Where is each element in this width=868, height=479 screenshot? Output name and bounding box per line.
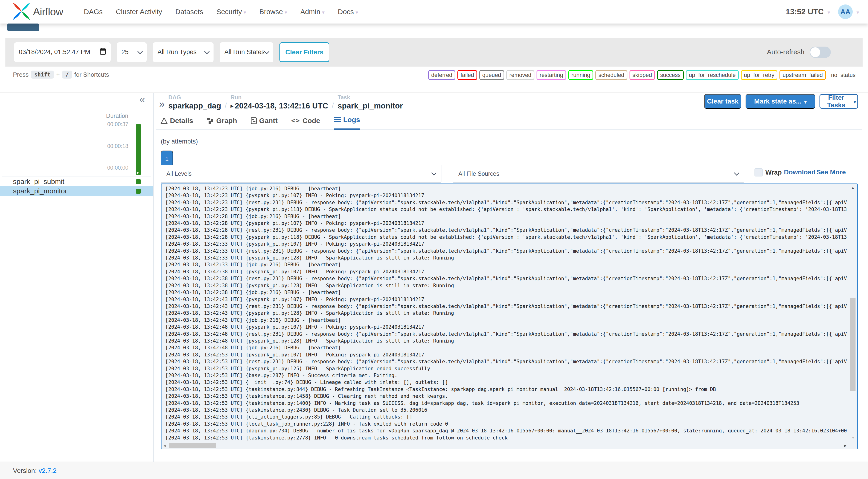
breadcrumb-run[interactable]: Run ▸2024-03-18, 13:42:16 UTC	[230, 94, 328, 110]
scroll-up-icon[interactable]: ▲	[851, 186, 855, 190]
task-name: spark_pi_submit	[13, 178, 64, 186]
utc-clock[interactable]: 13:52 UTC	[786, 7, 824, 16]
tab-gantt[interactable]: Gantt	[251, 116, 278, 130]
log-line: [2024-03-18, 13:42:53 UTC] {__init__.py:…	[165, 379, 847, 386]
nav-item-label: Datasets	[176, 8, 203, 16]
chevron-down-icon	[137, 49, 143, 54]
nav-item-label: DAGs	[84, 8, 103, 16]
nav-item[interactable]: Admin ▾	[301, 8, 324, 16]
clear-filters-button[interactable]: Clear Filters	[279, 42, 329, 62]
auto-refresh-control: Auto-refresh	[767, 38, 831, 67]
expand-breadcrumb-icon[interactable]: »	[159, 99, 164, 109]
task-row[interactable]: spark_pi_submit	[0, 177, 153, 186]
scroll-down-icon[interactable]: ▼	[851, 436, 855, 440]
chevron-down-icon	[431, 170, 437, 176]
duration-tick: 00:00:37	[107, 121, 128, 128]
nav-item[interactable]: Docs ▾	[338, 8, 358, 16]
state-badge[interactable]: up_for_retry	[741, 70, 777, 80]
scroll-left-icon[interactable]: ◀	[163, 444, 166, 448]
chevron-down-icon: ▾	[804, 99, 807, 105]
log-line: [2024-03-18, 13:42:38 UTC] {job.py:216} …	[165, 289, 847, 296]
filter-bar: 03/18/2024, 01:52:47 PM 25 All Run Types…	[5, 38, 863, 67]
state-badge[interactable]: deferred	[428, 70, 455, 80]
version-link[interactable]: v2.7.2	[39, 467, 57, 474]
state-badge[interactable]: running	[568, 70, 593, 80]
tab-graph[interactable]: Graph	[207, 116, 237, 130]
log-line: [2024-03-18, 13:42:53 UTC] {dagrun.py:73…	[165, 427, 847, 434]
brand[interactable]: Airflow	[12, 2, 63, 22]
log-line: [2024-03-18, 13:42:53 UTC] {pyspark_pi.p…	[165, 351, 847, 358]
log-line: [2024-03-18, 13:42:53 UTC] {taskinstance…	[165, 393, 847, 400]
base-date-input[interactable]: 03/18/2024, 01:52:47 PM	[14, 42, 111, 62]
log-line: [2024-03-18, 13:42:53 UTC] {taskinstance…	[165, 386, 847, 393]
nav-item[interactable]: Browse ▾	[259, 8, 287, 16]
footer: Version: v2.7.2	[0, 461, 868, 479]
page-size-select[interactable]: 25	[117, 42, 147, 62]
log-line: [2024-03-18, 13:42:33 UTC] {pyspark_pi.p…	[165, 255, 847, 261]
filter-tasks-button[interactable]: Filter Tasks ▾	[819, 94, 858, 109]
state-badge[interactable]: skipped	[629, 70, 655, 80]
log-line: [2024-03-18, 13:42:28 UTC] {pyspark_pi.p…	[165, 234, 847, 241]
avatar[interactable]: AA	[838, 4, 853, 19]
code-icon: <>	[291, 117, 300, 124]
duration-axis-label: Duration	[0, 113, 128, 119]
vertical-scrollbar[interactable]	[850, 298, 856, 391]
nav-item-label: Security	[216, 8, 242, 16]
state-badge[interactable]: up_for_reschedule	[686, 70, 739, 80]
file-sources-select[interactable]: All File Sources	[453, 165, 744, 183]
nav-item[interactable]: Security ▾	[216, 8, 246, 16]
chevron-down-icon[interactable]: ▾	[828, 9, 830, 15]
task-state-square[interactable]	[136, 179, 141, 184]
log-levels-select[interactable]: All Levels	[161, 165, 441, 183]
tab-details[interactable]: Details	[160, 116, 193, 130]
see-more-link[interactable]: See More	[816, 168, 846, 176]
state-badge[interactable]: scheduled	[595, 70, 627, 80]
run-types-select[interactable]: All Run Types	[153, 42, 214, 62]
horizontal-scrollbar[interactable]	[169, 443, 216, 448]
nav-item-label: Admin	[301, 8, 320, 16]
mark-state-button[interactable]: Mark state as... ▾	[746, 94, 815, 109]
scrolled-grid-button[interactable]	[7, 23, 39, 31]
run-duration-bar[interactable]: ▶	[136, 124, 141, 175]
top-nav-bar: Airflow DAGs ▾ Cluster Activity ▾ Datase…	[0, 0, 868, 24]
task-row[interactable]: spark_pi_monitor	[0, 186, 153, 196]
tab-logs[interactable]: Logs	[334, 116, 360, 130]
log-lines: [2024-03-18, 13:42:23 UTC] {job.py:216} …	[165, 185, 847, 441]
breadcrumb: » DAG sparkapp_dag / Run ▸2024-03-18, 13…	[159, 94, 403, 110]
clear-task-button[interactable]: Clear task	[704, 94, 741, 109]
log-line: [2024-03-18, 13:42:23 UTC] {pyspark_pi.p…	[165, 192, 847, 199]
nav-item[interactable]: DAGs ▾	[84, 8, 103, 16]
tab-code[interactable]: <> Code	[291, 116, 320, 130]
state-badge[interactable]: removed	[506, 70, 534, 80]
task-state-square[interactable]	[136, 189, 141, 194]
wrap-label: Wrap	[765, 169, 782, 176]
run-states-select[interactable]: All Run States	[220, 42, 273, 62]
collapse-sidebar-button[interactable]: «	[140, 94, 145, 104]
breadcrumb-dag[interactable]: DAG sparkapp_dag	[168, 94, 221, 110]
log-line: [2024-03-18, 13:42:48 UTC] {pyspark_pi.p…	[165, 338, 847, 344]
kbd-slash: /	[62, 71, 72, 78]
chevron-down-icon[interactable]: ▾	[857, 9, 859, 15]
log-line: [2024-03-18, 13:42:43 UTC] {rest.py:231}…	[165, 303, 847, 310]
log-output[interactable]: [2024-03-18, 13:42:23 UTC] {job.py:216} …	[161, 184, 858, 449]
chevron-down-icon	[204, 49, 210, 54]
state-badge[interactable]: queued	[479, 70, 504, 80]
state-badge[interactable]: failed	[458, 70, 477, 80]
calendar-icon[interactable]	[100, 48, 106, 57]
scroll-right-icon[interactable]: ▶	[844, 444, 846, 448]
state-badge[interactable]: no_status	[828, 70, 859, 80]
download-link[interactable]: Download	[784, 168, 815, 176]
nav-item-label: Cluster Activity	[116, 8, 162, 16]
state-badge[interactable]: upstream_failed	[779, 70, 826, 80]
state-badge[interactable]: success	[657, 70, 684, 80]
nav-item[interactable]: Datasets ▾	[176, 8, 203, 16]
wrap-checkbox[interactable]	[754, 168, 763, 177]
nav-item[interactable]: Cluster Activity ▾	[116, 8, 162, 16]
auto-refresh-toggle[interactable]	[810, 46, 831, 58]
log-line: [2024-03-18, 13:42:33 UTC] {pyspark_pi.p…	[165, 241, 847, 248]
breadcrumb-task[interactable]: Task spark_pi_monitor	[338, 94, 403, 110]
log-line: [2024-03-18, 13:42:28 UTC] {rest.py:231}…	[165, 227, 847, 234]
brand-title: Airflow	[33, 6, 63, 18]
chevron-down-icon	[264, 49, 270, 54]
state-badge[interactable]: restarting	[536, 70, 566, 80]
